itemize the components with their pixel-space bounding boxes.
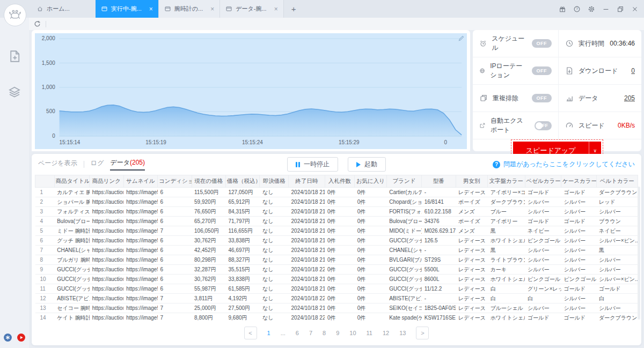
new-tab-button[interactable]: +	[284, 0, 304, 18]
table-cell: ダークブラウン	[596, 313, 638, 322]
pause-button[interactable]: 一時停止	[287, 157, 338, 172]
table-cell: 6	[158, 197, 192, 207]
help-icon[interactable]: ?	[573, 5, 581, 13]
tab-3[interactable]: 腕時計の...×	[159, 0, 220, 18]
table-row[interactable]: 10GUCCI(グッチ)...https://auction....https:…	[35, 275, 638, 284]
table-cell: 0件	[325, 275, 355, 284]
tab-close-icon[interactable]: ×	[145, 5, 153, 13]
table-cell: 7	[158, 294, 192, 303]
column-header[interactable]: 即決価格	[260, 175, 289, 188]
column-header[interactable]: 商品リンク	[90, 175, 123, 188]
page-number-6[interactable]: 6	[296, 330, 299, 336]
table-row[interactable]: 7CHANEL(シャ...https://auction....https://…	[35, 246, 638, 255]
table-scrollbar[interactable]	[638, 187, 640, 320]
table-cell: 42,452円	[192, 246, 225, 255]
table-row[interactable]: 11GUCCI(グッチ)...https://auction....https:…	[35, 284, 638, 294]
table-row[interactable]: 12ABISTE(アビス...https://auction....https:…	[35, 294, 638, 303]
table-cell: 白	[488, 294, 525, 303]
new-task-icon[interactable]	[8, 50, 21, 65]
youtube-icon[interactable]	[17, 333, 26, 344]
tab-1[interactable]: ホーム...	[31, 0, 91, 18]
table-cell: MIDO(ミドー)	[386, 226, 421, 236]
next-page-button[interactable]: >	[416, 327, 429, 339]
tab-data[interactable]: データ(205)	[110, 158, 145, 171]
column-header[interactable]: 商品タイトル	[54, 175, 89, 188]
column-header[interactable]: 男女別	[456, 175, 488, 188]
column-header[interactable]	[35, 175, 55, 188]
table-row[interactable]: 1カルティエ 腕...https://auction....https://im…	[35, 188, 638, 197]
table-cell: ABISTE(アビス...	[54, 294, 89, 303]
refresh-icon[interactable]	[33, 20, 41, 28]
table-row[interactable]: 8ブルガリ 腕時...https://auction....https://im…	[35, 255, 638, 265]
stat-value[interactable]: 0	[631, 67, 635, 75]
off-badge[interactable]: OFF	[532, 94, 552, 102]
column-header[interactable]: ケースカラー	[561, 175, 596, 188]
table-cell: https://image5....	[123, 226, 157, 236]
table-cell: ライトブラウン	[488, 255, 525, 265]
main-area: 05001,0001,5002,00015:15:1415:15:1915:15…	[29, 18, 644, 348]
column-header[interactable]: 型番	[422, 175, 456, 188]
edit-icon[interactable]	[458, 34, 465, 44]
page-number-10[interactable]: 10	[349, 330, 356, 336]
page-number-8[interactable]: 8	[323, 330, 326, 336]
layers-icon[interactable]	[8, 85, 21, 100]
page-number-7[interactable]: 7	[309, 330, 312, 336]
page-number-12[interactable]: 12	[383, 330, 389, 336]
tab-close-icon[interactable]: ×	[206, 5, 214, 13]
page-number-11[interactable]: 11	[367, 330, 372, 336]
table-cell: シルバー	[561, 197, 596, 207]
start-button[interactable]: 起動	[348, 157, 386, 172]
table-row[interactable]: 3フォルティス ...https://auction....https://im…	[35, 207, 638, 217]
off-badge[interactable]: OFF	[532, 66, 552, 75]
page-number-9[interactable]: 9	[336, 330, 339, 336]
table-cell: 2024/10/18 21...	[289, 197, 325, 207]
column-header[interactable]: 入札件数	[325, 175, 355, 188]
column-header[interactable]: サムネイル	[123, 175, 157, 188]
table-cell: ケイト 腕時計...	[54, 313, 89, 322]
column-header[interactable]: 現在の価格	[192, 175, 225, 188]
social-blue-icon[interactable]	[3, 333, 12, 344]
column-header[interactable]: ベルトカラー	[596, 175, 638, 188]
table-cell: GUCCI(グッチ)	[386, 236, 421, 246]
column-header[interactable]: ブランド	[386, 175, 421, 188]
column-header[interactable]: お気に入り	[355, 175, 387, 188]
pause-label: 一時停止	[304, 160, 330, 169]
table-row[interactable]: 14ケイト 腕時計...https://auction....https://i…	[35, 313, 638, 322]
table-cell: 34376	[422, 217, 456, 226]
table-cell: 27,500円	[226, 303, 260, 313]
tab-log[interactable]: ログ	[91, 159, 104, 170]
close-icon[interactable]	[631, 5, 639, 13]
table-cell: GUCCI(グッチ)	[386, 265, 421, 275]
restore-icon[interactable]	[617, 5, 624, 13]
column-header[interactable]: コンディション	[158, 175, 192, 188]
off-badge[interactable]: OFF	[532, 39, 552, 48]
table-row[interactable]: 4Bulova(ブロー...https://auction....https:/…	[35, 217, 638, 226]
page-number-1[interactable]: 1	[267, 330, 270, 336]
table-row[interactable]: 13セイコー 腕時...https://auction....https://i…	[35, 303, 638, 313]
prev-page-button[interactable]: <	[244, 327, 257, 339]
column-header[interactable]: ベゼルカラー	[525, 175, 561, 188]
stat-value[interactable]: 205	[624, 94, 635, 102]
table-cell: 8,800円	[192, 313, 225, 322]
page-number-13[interactable]: 13	[399, 330, 406, 336]
table-row[interactable]: 2ショパール 腕...https://auction....https://im…	[35, 197, 638, 207]
table-cell: 59,920円	[192, 197, 225, 207]
minimize-icon[interactable]	[602, 5, 610, 13]
tab-view-page[interactable]: ページを表示	[38, 159, 77, 170]
table-cell: ボーイズ	[456, 217, 488, 226]
column-header[interactable]: 文字盤カラー	[488, 175, 525, 188]
tab-2[interactable]: 実行中-腕...×	[96, 0, 159, 18]
tab-4[interactable]: データ-腕...×	[220, 0, 283, 18]
gift-icon[interactable]	[559, 5, 566, 13]
column-header[interactable]: 終了日時	[289, 175, 325, 188]
tab-close-icon[interactable]: ×	[270, 5, 278, 13]
column-header[interactable]: 価格（税込）	[226, 175, 260, 188]
trouble-help-link[interactable]: ? 問題があったらここをクリックしてください	[493, 160, 635, 169]
table-cell: 115,500円	[192, 188, 225, 197]
table-row[interactable]: 9GUCCI(グッチ)...https://auction....https:/…	[35, 265, 638, 275]
toggle-off[interactable]: OFF	[535, 121, 552, 130]
table-row[interactable]: 6グッチ 腕時計 ...https://auction....https://i…	[35, 236, 638, 246]
table-row[interactable]: 5ミドー 腕時計...https://auction....https://im…	[35, 226, 638, 236]
settings-icon[interactable]	[588, 5, 595, 13]
table-cell: -	[422, 294, 456, 303]
